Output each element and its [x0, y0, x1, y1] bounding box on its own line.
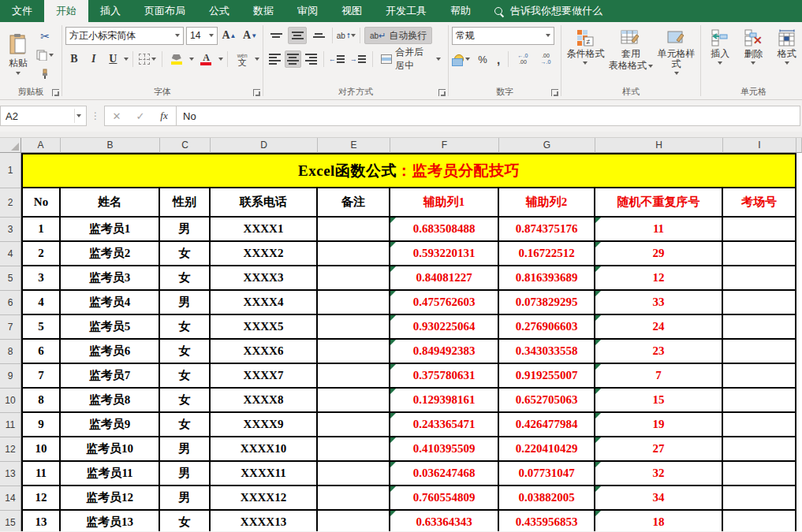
cell-A15[interactable]: 13	[21, 511, 61, 531]
font-name-combo[interactable]: 方正小标宋简体	[65, 27, 184, 45]
italic-button[interactable]: I	[85, 50, 103, 68]
header-cell-4[interactable]: 备注	[318, 188, 390, 218]
number-format-combo[interactable]: 常规	[452, 27, 554, 45]
cell-D3[interactable]: XXXX1	[211, 218, 318, 242]
ribbon-tab-4[interactable]: 公式	[197, 0, 241, 22]
decrease-indent-button[interactable]: ←	[328, 50, 347, 68]
cell-D13[interactable]: XXXX11	[211, 462, 318, 486]
cell-G7[interactable]: 0.276906603	[499, 315, 595, 340]
cell-I9[interactable]	[723, 364, 796, 389]
clipboard-dialog-launcher[interactable]	[52, 89, 59, 96]
cell-E13[interactable]	[318, 462, 390, 486]
cell-F3[interactable]: 0.683508488	[390, 218, 499, 242]
ribbon-tab-5[interactable]: 数据	[241, 0, 285, 22]
ribbon-tab-1[interactable]: 开始	[44, 0, 88, 22]
cell-A4[interactable]: 2	[21, 242, 61, 266]
bold-button[interactable]: B	[65, 50, 83, 68]
cell-B6[interactable]: 监考员4	[61, 291, 160, 315]
number-dialog-launcher[interactable]	[551, 89, 558, 96]
merge-center-button[interactable]: 合并后居中	[377, 50, 445, 68]
cell-E11[interactable]	[318, 413, 390, 437]
cell-A11[interactable]: 9	[21, 413, 61, 437]
cell-C3[interactable]: 男	[160, 218, 211, 242]
cell-F11[interactable]: 0.243365471	[390, 413, 499, 437]
cell-I6[interactable]	[723, 291, 796, 315]
cell-C15[interactable]: 女	[160, 511, 211, 531]
cell-G13[interactable]: 0.07731047	[499, 462, 595, 486]
title-cell[interactable]: Excel函数公式：监考员分配技巧	[21, 153, 796, 188]
cell-I3[interactable]	[723, 218, 796, 242]
cell-D6[interactable]: XXXX4	[211, 291, 318, 315]
row-header-15[interactable]: 15	[0, 511, 21, 531]
cell-A9[interactable]: 7	[21, 364, 61, 389]
cell-I14[interactable]	[723, 486, 796, 511]
cell-G3[interactable]: 0.874375176	[499, 218, 595, 242]
increase-decimal-button[interactable]: ←.0.00	[513, 50, 533, 68]
grow-font-button[interactable]: A▲	[220, 27, 239, 44]
cell-H4[interactable]: 29	[595, 242, 723, 266]
delete-cells-button[interactable]: ✕ 删除	[737, 25, 769, 82]
cell-B7[interactable]: 监考员5	[61, 315, 160, 340]
cell-F7[interactable]: 0.930225064	[390, 315, 499, 340]
column-header-D[interactable]: D	[211, 138, 318, 153]
align-bottom-button[interactable]	[309, 27, 328, 44]
ribbon-tab-3[interactable]: 页面布局	[132, 0, 197, 22]
cell-B13[interactable]: 监考员11	[61, 462, 160, 486]
row-header-13[interactable]: 13	[0, 462, 21, 486]
cell-D12[interactable]: XXXX10	[211, 437, 318, 462]
cell-E12[interactable]	[318, 437, 390, 462]
shrink-font-button[interactable]: A▼	[241, 27, 259, 44]
wrap-text-button[interactable]: ab↵ 自动换行	[364, 27, 432, 44]
cell-G11[interactable]: 0.426477984	[499, 413, 595, 437]
row-header-6[interactable]: 6	[0, 291, 21, 315]
cell-H8[interactable]: 23	[595, 340, 723, 364]
cell-D7[interactable]: XXXX5	[211, 315, 318, 340]
cell-H14[interactable]: 34	[595, 486, 723, 511]
comma-style-button[interactable]: ,	[493, 50, 504, 68]
enter-button[interactable]: ✓	[129, 106, 152, 125]
cell-I12[interactable]	[723, 437, 796, 462]
row-header-5[interactable]: 5	[0, 266, 21, 291]
cell-H7[interactable]: 24	[595, 315, 723, 340]
alignment-dialog-launcher[interactable]	[438, 89, 446, 96]
cell-D11[interactable]: XXXX9	[211, 413, 318, 437]
row-header-1[interactable]: 1	[0, 153, 21, 188]
format-painter-button[interactable]	[35, 66, 55, 82]
format-as-table-button[interactable]: 套用 表格格式	[608, 25, 654, 82]
cell-E3[interactable]	[318, 218, 390, 242]
align-left-button[interactable]	[267, 50, 282, 68]
cell-F14[interactable]: 0.760554809	[390, 486, 499, 511]
column-header-A[interactable]: A	[21, 138, 61, 153]
accounting-format-button[interactable]	[452, 51, 472, 67]
cell-B9[interactable]: 监考员7	[61, 364, 160, 389]
cell-D10[interactable]: XXXX8	[211, 389, 318, 413]
percent-style-button[interactable]: %	[475, 50, 491, 68]
cell-C14[interactable]: 男	[160, 486, 211, 511]
cell-C5[interactable]: 女	[160, 266, 211, 291]
header-cell-1[interactable]: 姓名	[61, 188, 160, 218]
cell-A8[interactable]: 6	[21, 340, 61, 364]
cell-B8[interactable]: 监考员6	[61, 340, 160, 364]
row-header-8[interactable]: 8	[0, 340, 21, 364]
cell-G8[interactable]: 0.343033558	[499, 340, 595, 364]
cell-D8[interactable]: XXXX6	[211, 340, 318, 364]
cell-A7[interactable]: 5	[21, 315, 61, 340]
phonetic-guide-button[interactable]: wén文	[232, 50, 252, 68]
align-middle-button[interactable]	[288, 27, 307, 44]
align-right-button[interactable]	[304, 50, 319, 68]
font-dialog-launcher[interactable]	[253, 89, 260, 96]
cell-A5[interactable]: 3	[21, 266, 61, 291]
cell-E7[interactable]	[318, 315, 390, 340]
cell-H6[interactable]: 33	[595, 291, 723, 315]
cell-D14[interactable]: XXXX12	[211, 486, 318, 511]
ribbon-tab-2[interactable]: 插入	[88, 0, 132, 22]
column-header-B[interactable]: B	[61, 138, 160, 153]
column-header-F[interactable]: F	[390, 138, 499, 153]
cell-I13[interactable]	[723, 462, 796, 486]
cell-H9[interactable]: 7	[595, 364, 723, 389]
cell-G6[interactable]: 0.073829295	[499, 291, 595, 315]
cell-B12[interactable]: 监考员10	[61, 437, 160, 462]
font-size-combo[interactable]: 14	[186, 27, 218, 45]
insert-cells-button[interactable]: 插入	[704, 25, 736, 82]
cell-H5[interactable]: 12	[595, 266, 723, 291]
